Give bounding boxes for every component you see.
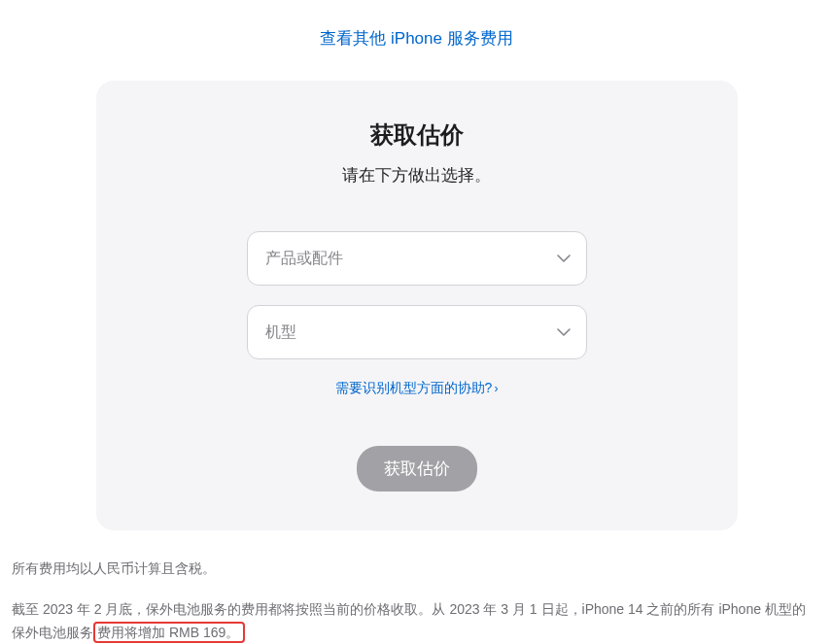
footer-line-1: 所有费用均以人民币计算且含税。 [12,558,813,581]
chevron-right-icon: › [494,382,498,395]
footer-notes: 所有费用均以人民币计算且含税。 截至 2023 年 2 月底，保外电池服务的费用… [12,558,813,644]
card-title: 获取估价 [155,119,679,151]
product-select[interactable]: 产品或配件 [247,231,587,286]
model-select[interactable]: 机型 [247,305,587,359]
footer-line-2: 截至 2023 年 2 月底，保外电池服务的费用都将按照当前的价格收取。从 20… [12,598,813,644]
card-subtitle: 请在下方做出选择。 [155,164,679,186]
product-select-placeholder: 产品或配件 [265,249,343,269]
identify-model-help-link[interactable]: 需要识别机型方面的协助?› [335,380,499,395]
chevron-down-icon [557,254,571,262]
view-other-services-link[interactable]: 查看其他 iPhone 服务费用 [320,29,512,48]
model-select-placeholder: 机型 [265,322,296,343]
chevron-down-icon [557,328,571,336]
price-increase-highlight: 费用将增加 RMB 169。 [93,622,245,643]
estimate-card: 获取估价 请在下方做出选择。 产品或配件 机型 需要识别机型方面的协助?› 获取… [96,81,738,530]
get-estimate-button[interactable]: 获取估价 [357,446,477,491]
